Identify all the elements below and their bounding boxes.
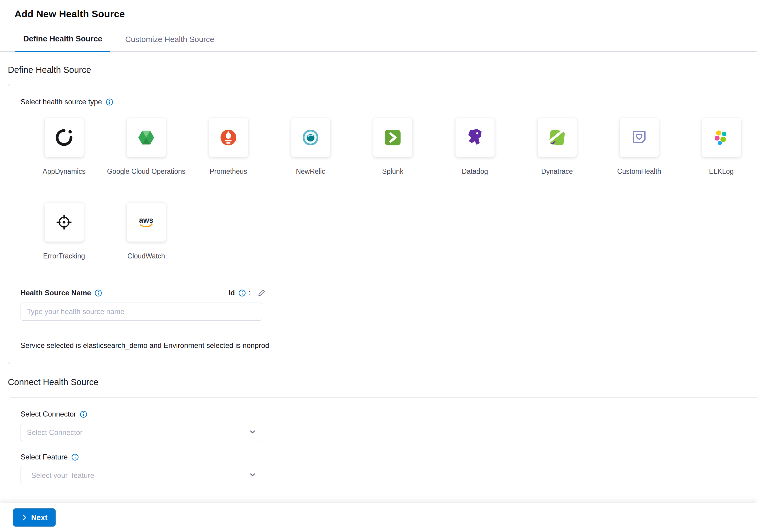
- feature-select-placeholder: - Select your feature -: [27, 471, 99, 480]
- connector-select-placeholder: Select Connector: [27, 428, 82, 437]
- health-source-cell-datadog: Datadog: [434, 118, 516, 202]
- tile-label: ELKLog: [709, 168, 734, 175]
- add-health-source-page: Add New Health Source Define Health Sour…: [0, 0, 757, 532]
- elklog-icon: [712, 128, 731, 147]
- edit-id-pencil-icon[interactable]: [258, 289, 265, 297]
- select-connector-label: Select Connector: [20, 410, 76, 418]
- health-source-tile-cloudwatch[interactable]: aws: [127, 202, 166, 242]
- tile-label: ErrorTracking: [43, 252, 85, 260]
- tab-bar: Define Health Source Customize Health So…: [0, 26, 757, 52]
- health-source-tile-appdynamics[interactable]: [45, 118, 84, 157]
- health-source-tile-google-cloud-operations[interactable]: [127, 118, 166, 157]
- appdynamics-icon: [54, 128, 74, 147]
- id-label-group: Id :: [228, 289, 265, 297]
- health-source-tile-customhealth[interactable]: [620, 118, 659, 157]
- chevron-down-icon: [249, 471, 257, 480]
- health-source-tile-datadog[interactable]: [455, 118, 495, 157]
- health-source-name-label: Health Source Name: [20, 289, 91, 297]
- tab-define-health-source[interactable]: Define Health Source: [15, 34, 110, 52]
- health-source-type-grid: AppDynamics Google Cloud Operations: [23, 118, 757, 287]
- next-button-label: Next: [31, 513, 47, 522]
- main-content: Define Health Source Select health sourc…: [0, 65, 757, 524]
- health-source-cell-splunk: Splunk: [351, 118, 434, 202]
- health-source-cell-gco: Google Cloud Operations: [105, 118, 187, 202]
- page-header: Add New Health Source: [0, 0, 757, 26]
- health-source-name-label-group: Health Source Name: [20, 289, 228, 297]
- tile-label: Dynatrace: [541, 168, 573, 175]
- footer-bar: Next: [0, 503, 757, 532]
- tile-label: Google Cloud Operations: [107, 168, 186, 175]
- tile-label: AppDynamics: [43, 168, 85, 175]
- health-source-cell-elklog: ELKLog: [680, 118, 757, 202]
- health-source-cell-prometheus: Prometheus: [187, 118, 269, 202]
- connect-section-heading: Connect Health Source: [8, 377, 757, 387]
- select-type-label-row: Select health source type: [20, 98, 757, 106]
- health-source-name-row: Health Source Name Id :: [20, 289, 757, 297]
- tile-label: Prometheus: [210, 168, 247, 175]
- select-connector-info-icon[interactable]: [80, 411, 87, 418]
- customhealth-icon: [629, 128, 649, 147]
- page-title: Add New Health Source: [15, 9, 757, 20]
- select-type-label: Select health source type: [20, 98, 102, 106]
- id-colon: :: [248, 289, 251, 297]
- splunk-icon: [383, 128, 402, 147]
- define-health-source-card: Select health source type AppDynamics: [8, 84, 757, 364]
- health-source-tile-splunk[interactable]: [373, 118, 413, 157]
- id-info-icon[interactable]: [238, 289, 246, 297]
- feature-select[interactable]: - Select your feature -: [20, 467, 262, 484]
- health-source-tile-newrelic[interactable]: [291, 118, 330, 157]
- service-environment-text: Service selected is elasticsearch_demo a…: [20, 341, 757, 350]
- health-source-name-info-icon[interactable]: [95, 289, 102, 297]
- health-source-tile-prometheus[interactable]: [209, 118, 248, 157]
- errortracking-icon: [54, 212, 74, 232]
- tab-customize-health-source[interactable]: Customize Health Source: [117, 35, 222, 51]
- dynatrace-icon: [547, 128, 567, 147]
- google-cloud-operations-icon: [136, 128, 156, 147]
- health-source-name-input[interactable]: [20, 302, 262, 321]
- next-button[interactable]: Next: [13, 509, 56, 527]
- select-feature-info-icon[interactable]: [71, 454, 79, 461]
- connector-select[interactable]: Select Connector: [20, 424, 262, 441]
- chevron-right-icon: [21, 514, 28, 521]
- id-label: Id: [228, 289, 235, 297]
- cloudwatch-aws-icon: aws: [136, 212, 156, 232]
- define-section-heading: Define Health Source: [8, 65, 757, 75]
- health-source-tile-dynatrace[interactable]: [537, 118, 577, 157]
- select-feature-label: Select Feature: [20, 453, 68, 461]
- datadog-icon: [465, 128, 485, 147]
- select-type-info-icon[interactable]: [106, 98, 113, 106]
- tile-label: NewRelic: [296, 168, 325, 175]
- tile-label: Splunk: [382, 168, 403, 175]
- select-connector-label-row: Select Connector: [20, 410, 757, 418]
- select-feature-label-row: Select Feature: [20, 453, 757, 461]
- newrelic-icon: [301, 128, 320, 147]
- health-source-tile-elklog[interactable]: [702, 118, 741, 157]
- health-source-cell-appdynamics: AppDynamics: [23, 118, 105, 202]
- prometheus-icon: [219, 128, 238, 147]
- tile-label: CustomHealth: [617, 168, 661, 175]
- chevron-down-icon: [249, 428, 257, 437]
- health-source-tile-errortracking[interactable]: [45, 202, 84, 242]
- tile-label: CloudWatch: [128, 252, 165, 260]
- health-source-cell-cloudwatch: aws CloudWatch: [105, 202, 187, 287]
- tile-label: Datadog: [462, 168, 488, 175]
- health-source-cell-customhealth: CustomHealth: [598, 118, 680, 202]
- health-source-cell-newrelic: NewRelic: [269, 118, 351, 202]
- svg-text:aws: aws: [139, 216, 153, 224]
- health-source-cell-errortracking: ErrorTracking: [23, 202, 105, 287]
- health-source-cell-dynatrace: Dynatrace: [516, 118, 598, 202]
